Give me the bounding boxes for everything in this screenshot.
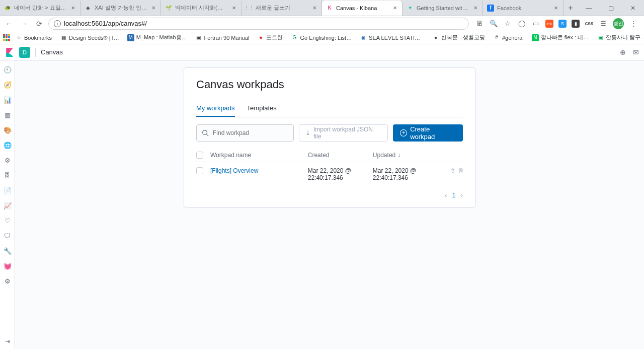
forward-button[interactable]: →	[18, 18, 30, 30]
col-created-header[interactable]: Created	[308, 152, 373, 159]
reload-button[interactable]: ⟳	[33, 18, 45, 30]
extension-icon[interactable]: S	[558, 20, 567, 28]
nav-monitoring-icon[interactable]: 💓	[4, 262, 12, 270]
search-input-wrapper[interactable]	[196, 124, 294, 142]
search-input[interactable]	[213, 129, 288, 136]
profile-avatar[interactable]: 병진	[613, 18, 624, 29]
plus-icon: +	[400, 129, 407, 136]
bookmark-item[interactable]: MM_Map : Matlab용…	[124, 34, 190, 41]
close-icon[interactable]: ×	[472, 4, 478, 12]
space-selector[interactable]: D	[19, 47, 30, 58]
bookmark-item[interactable]: ●반복문 - 생활코딩	[429, 34, 488, 41]
row-checkbox[interactable]	[196, 167, 203, 174]
extension-icon[interactable]: ▮	[572, 20, 580, 28]
prev-page-icon[interactable]: ‹	[445, 191, 447, 199]
browser-tab[interactable]: ◆XAI 설명 가능한 인공지능, 인공×	[80, 1, 161, 16]
window-controls: — ▢ ✕	[578, 1, 644, 16]
bookmark-favicon: ●	[432, 34, 439, 41]
bookmark-item[interactable]: ▦Design Seeds® | f…	[57, 34, 122, 41]
next-page-icon[interactable]: ›	[461, 191, 463, 199]
import-icon: ⤓	[305, 129, 310, 136]
close-icon[interactable]: ×	[231, 4, 237, 12]
close-icon[interactable]: ×	[553, 4, 559, 12]
bookmark-item[interactable]: GGo Englishing: List…	[288, 34, 355, 41]
nav-dashboard-icon[interactable]: ▦	[4, 111, 12, 119]
kibana-logo-icon[interactable]	[5, 48, 14, 57]
export-icon[interactable]: ⇪	[450, 167, 455, 174]
nav-apm-icon[interactable]: 📈	[4, 201, 12, 210]
nav-discover-icon[interactable]: 🧭	[4, 81, 12, 89]
nav-management-icon[interactable]: ⚙	[4, 277, 12, 285]
pagination: ‹ 1 ›	[196, 191, 463, 199]
browser-tab[interactable]: ⋮⋮새로운 글쓰기×	[242, 1, 322, 16]
nav-maps-icon[interactable]: 🌐	[4, 141, 12, 149]
nav-recent-icon[interactable]: 🕘	[4, 65, 12, 74]
breadcrumb[interactable]: Canvas	[41, 48, 63, 56]
col-updated-header[interactable]: Updated↓	[373, 152, 438, 159]
apps-icon[interactable]	[3, 34, 10, 42]
workpad-link[interactable]: [Flights] Overview	[210, 167, 258, 174]
bookmark-item[interactable]: ★포트란	[254, 34, 286, 41]
close-icon[interactable]: ×	[150, 4, 156, 12]
zoom-icon[interactable]: 🔍	[489, 19, 498, 28]
search-icon	[202, 129, 209, 136]
close-window-button[interactable]: ✕	[622, 1, 644, 16]
browser-tab[interactable]: 🐢네이버 만화 > 요일별 웹툰 > 전×	[0, 1, 80, 16]
extension-icon[interactable]: css	[585, 19, 594, 28]
mail-icon[interactable]: ✉	[633, 48, 639, 56]
browser-tab-active[interactable]: KCanvas - Kibana×	[322, 1, 403, 16]
browser-tab[interactable]: fFacebook×	[483, 1, 564, 16]
translate-icon[interactable]: 🖹	[475, 19, 484, 28]
nav-canvas-icon[interactable]: 🎨	[4, 126, 12, 134]
bookmark-item[interactable]: ☆Bookmarks	[12, 34, 55, 41]
browser-tab[interactable]: ✦Getting Started with Kibana | El×	[403, 1, 483, 16]
table-head: Workpad name Created Updated↓	[196, 149, 463, 162]
import-button[interactable]: ⤓ Import workpad JSON file	[299, 124, 388, 142]
extension-icon[interactable]: ▭	[531, 19, 540, 28]
cell-created: Mar 22, 2020 @ 22:40:17.346	[308, 167, 373, 181]
maximize-button[interactable]: ▢	[600, 1, 622, 16]
nav-infra-icon[interactable]: 🗄	[4, 171, 12, 179]
nav-dev-icon[interactable]: 🔧	[4, 247, 12, 255]
clone-icon[interactable]: ⎘	[459, 167, 463, 174]
star-icon[interactable]: ☆	[503, 19, 512, 28]
new-tab-button[interactable]: +	[564, 1, 578, 15]
bookmark-item[interactable]: ▣잡동사니 탐구 - 잡…	[594, 34, 644, 41]
address-bar[interactable]: i localhost:5601/app/canvas#/	[48, 18, 469, 30]
bookmark-item[interactable]: ◉SEA LEVEL STATIO…	[357, 34, 427, 41]
select-all-checkbox[interactable]	[196, 152, 203, 159]
nav-visualize-icon[interactable]: 📊	[4, 96, 12, 104]
divider	[35, 48, 36, 57]
nav-ml-icon[interactable]: ⚙	[4, 156, 12, 164]
extension-icon[interactable]: ex	[545, 20, 553, 28]
page-number[interactable]: 1	[452, 191, 455, 199]
reading-list-icon[interactable]: ☰	[599, 19, 608, 28]
table-row: [Flights] Overview Mar 22, 2020 @ 22:40:…	[196, 162, 463, 186]
close-icon[interactable]: ×	[70, 4, 76, 12]
create-workpad-button[interactable]: + Create workpad	[393, 124, 463, 142]
nav-uptime-icon[interactable]: ♡	[4, 217, 12, 225]
bookmark-item[interactable]: N깜나빠른 flex : 네…	[529, 34, 592, 41]
nav-siem-icon[interactable]: 🛡	[4, 232, 12, 240]
tab-favicon: 🌱	[165, 5, 172, 12]
col-name-header[interactable]: Workpad name	[210, 152, 308, 159]
bookmark-favicon: ▣	[597, 34, 604, 41]
svg-point-0	[203, 130, 207, 135]
extension-icon[interactable]: ◯	[517, 19, 526, 28]
newsfeed-icon[interactable]: ⊕	[620, 48, 626, 56]
nav-logs-icon[interactable]: 📄	[4, 186, 12, 194]
canvas-panel: Canvas workpads My workpads Templates ⤓ …	[184, 67, 475, 207]
menu-icon[interactable]: ⋮	[629, 19, 638, 28]
browser-tab[interactable]: 🌱빅데이터 시각화(데이터 과학) -×	[161, 1, 242, 16]
collapse-nav-icon[interactable]: ⇥	[0, 338, 15, 345]
back-button[interactable]: ←	[3, 18, 15, 30]
tab-templates[interactable]: Templates	[247, 100, 277, 117]
minimize-button[interactable]: —	[578, 1, 600, 16]
tab-my-workpads[interactable]: My workpads	[196, 100, 235, 117]
close-icon[interactable]: ×	[392, 4, 398, 12]
bookmark-item[interactable]: ##general	[490, 34, 527, 41]
bookmark-item[interactable]: ▣Fortran 90 Manual	[192, 34, 253, 41]
close-icon[interactable]: ×	[311, 4, 317, 12]
panel-title: Canvas workpads	[196, 78, 463, 91]
site-info-icon[interactable]: i	[54, 20, 61, 27]
